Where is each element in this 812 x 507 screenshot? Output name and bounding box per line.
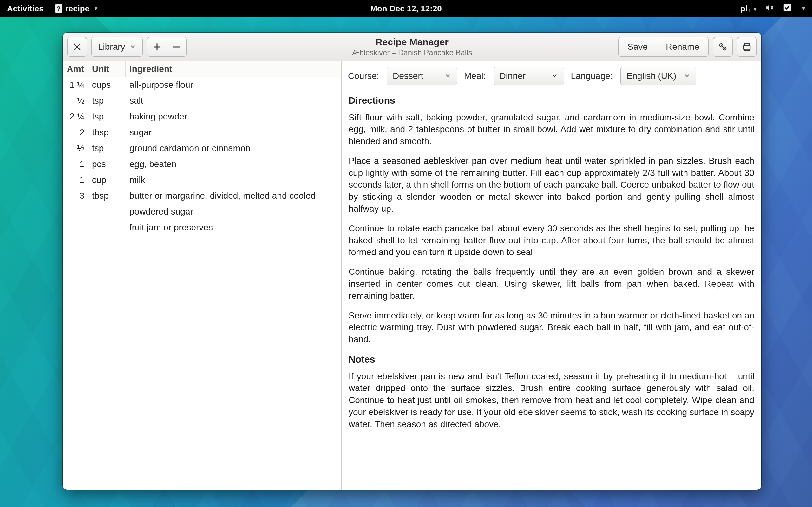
meal-label: Meal:: [464, 71, 486, 81]
system-menu-chevron-icon[interactable]: ▾: [802, 5, 805, 12]
add-remove-segment: [147, 37, 187, 57]
clock[interactable]: Mon Dec 12, 12:20: [370, 4, 442, 14]
notes-heading: Notes: [349, 353, 754, 366]
library-dropdown[interactable]: Library: [91, 37, 143, 57]
cell-unit: cup: [88, 175, 125, 185]
app-icon: ?: [55, 4, 62, 13]
save-button[interactable]: Save: [618, 37, 657, 57]
window-body: Amt Unit Ingredient 1 ¼cupsall-purpose f…: [63, 61, 761, 490]
chevron-down-icon: [552, 71, 558, 81]
chevron-down-icon: [130, 42, 136, 52]
table-row[interactable]: 1cupmilk: [63, 172, 341, 188]
cell-ingredient: powdered sugar: [125, 207, 341, 217]
app-menu[interactable]: ? recipe ▾: [55, 4, 98, 14]
add-button[interactable]: [147, 37, 167, 57]
cell-amt: 2 ¼: [63, 112, 88, 122]
cell-ingredient: baking powder: [125, 112, 341, 122]
gnome-top-bar: Activities ? recipe ▾ Mon Dec 12, 12:20 …: [0, 0, 812, 17]
language-value: English (UK): [626, 71, 676, 81]
cell-amt: 1 ¼: [63, 80, 88, 90]
close-button[interactable]: [67, 37, 87, 57]
course-dropdown[interactable]: Dessert: [387, 67, 457, 85]
col-header-amt[interactable]: Amt: [63, 61, 88, 77]
recipe-manager-window: Library Recipe Manager Æbleskiver – Dani…: [63, 33, 761, 490]
table-row[interactable]: 1 ¼cupsall-purpose flour: [63, 77, 341, 93]
header-bar: Library Recipe Manager Æbleskiver – Dani…: [63, 33, 761, 61]
cell-ingredient: all-purpose flour: [125, 80, 341, 90]
cell-unit: tbsp: [88, 127, 125, 137]
activities-button[interactable]: Activities: [7, 4, 44, 14]
rename-button[interactable]: Rename: [657, 37, 709, 57]
cell-ingredient: ground cardamon or cinnamon: [125, 143, 341, 153]
cell-ingredient: salt: [125, 96, 341, 106]
cell-ingredient: sugar: [125, 127, 341, 137]
cell-amt: 1: [63, 175, 88, 185]
save-rename-segment: Save Rename: [618, 37, 709, 57]
library-label: Library: [98, 42, 125, 52]
window-subtitle: Æbleskiver – Danish Pancake Balls: [352, 48, 472, 57]
table-row[interactable]: powdered sugar: [63, 204, 341, 220]
table-row[interactable]: ½tspground cardamon or cinnamon: [63, 140, 341, 156]
col-header-unit[interactable]: Unit: [88, 61, 125, 77]
recipe-content[interactable]: Directions Sift flour with salt, baking …: [342, 89, 761, 445]
ingredients-body[interactable]: 1 ¼cupsall-purpose flour½tspsalt2 ¼tspba…: [63, 77, 341, 490]
meal-dropdown[interactable]: Dinner: [494, 67, 564, 85]
directions-para: Place a seasoned aebleskiver pan over me…: [349, 155, 754, 215]
directions-para: Sift flour with salt, baking powder, gra…: [349, 112, 754, 147]
settings-button[interactable]: [713, 37, 733, 57]
chevron-down-icon: [684, 71, 690, 81]
cell-amt: ½: [63, 143, 88, 153]
cell-amt: 1: [63, 159, 88, 169]
language-dropdown[interactable]: English (UK): [620, 67, 696, 85]
svg-point-4: [724, 48, 725, 49]
cell-amt: 2: [63, 127, 88, 137]
checkbox-tray-icon[interactable]: [782, 3, 792, 14]
selectors-row: Course: Dessert Meal: Dinner Language: E…: [342, 61, 761, 89]
meal-value: Dinner: [500, 71, 525, 81]
chevron-down-icon: [445, 71, 451, 81]
cell-ingredient: egg, beaten: [125, 159, 341, 169]
table-row[interactable]: 3tbspbutter or margarine, divided, melte…: [63, 188, 341, 204]
svg-point-2: [721, 45, 722, 46]
chevron-down-icon: ▾: [95, 5, 97, 12]
table-row[interactable]: 1pcsegg, beaten: [63, 156, 341, 172]
cell-ingredient: fruit jam or preserves: [125, 222, 341, 233]
cell-amt: ½: [63, 96, 88, 106]
window-title: Recipe Manager: [352, 37, 472, 48]
directions-para: Continue baking, rotating the balls freq…: [349, 266, 754, 302]
details-pane: Course: Dessert Meal: Dinner Language: E…: [342, 61, 761, 490]
cell-amt: 3: [63, 191, 88, 201]
table-row[interactable]: 2 ¼tspbaking powder: [63, 109, 341, 124]
table-row[interactable]: 2tbspsugar: [63, 124, 341, 140]
course-value: Dessert: [393, 71, 423, 81]
keyboard-layout-indicator[interactable]: pl1 ▾: [740, 4, 757, 14]
cell-ingredient: butter or margarine, divided, melted and…: [125, 191, 341, 201]
remove-button[interactable]: [167, 37, 187, 57]
cell-unit: tsp: [88, 96, 125, 106]
table-row[interactable]: ½tspsalt: [63, 93, 341, 109]
language-label: Language:: [571, 71, 613, 81]
volume-muted-icon[interactable]: [765, 3, 774, 14]
cell-unit: tsp: [88, 112, 125, 122]
app-menu-label: recipe: [65, 4, 90, 14]
desktop-background: Library Recipe Manager Æbleskiver – Dani…: [0, 17, 812, 507]
col-header-ingredient[interactable]: Ingredient: [125, 61, 341, 77]
cell-unit: tsp: [88, 143, 125, 153]
print-button[interactable]: [737, 37, 757, 57]
cell-unit: tbsp: [88, 191, 125, 201]
course-label: Course:: [348, 71, 379, 81]
directions-para: Continue to rotate each pancake ball abo…: [349, 222, 754, 258]
directions-para: Serve immediately, or keep warm for as l…: [349, 309, 754, 345]
cell-unit: pcs: [88, 159, 125, 169]
chevron-down-icon: ▾: [754, 6, 757, 13]
ingredients-header-row: Amt Unit Ingredient: [63, 61, 341, 77]
directions-heading: Directions: [349, 94, 754, 107]
cell-ingredient: milk: [125, 175, 341, 185]
window-title-wrap: Recipe Manager Æbleskiver – Danish Panca…: [352, 37, 472, 57]
cell-unit: cups: [88, 80, 125, 90]
ingredients-pane: Amt Unit Ingredient 1 ¼cupsall-purpose f…: [63, 61, 342, 490]
table-row[interactable]: fruit jam or preserves: [63, 220, 341, 235]
notes-para: If your ebelskiver pan is new and isn't …: [349, 371, 754, 430]
